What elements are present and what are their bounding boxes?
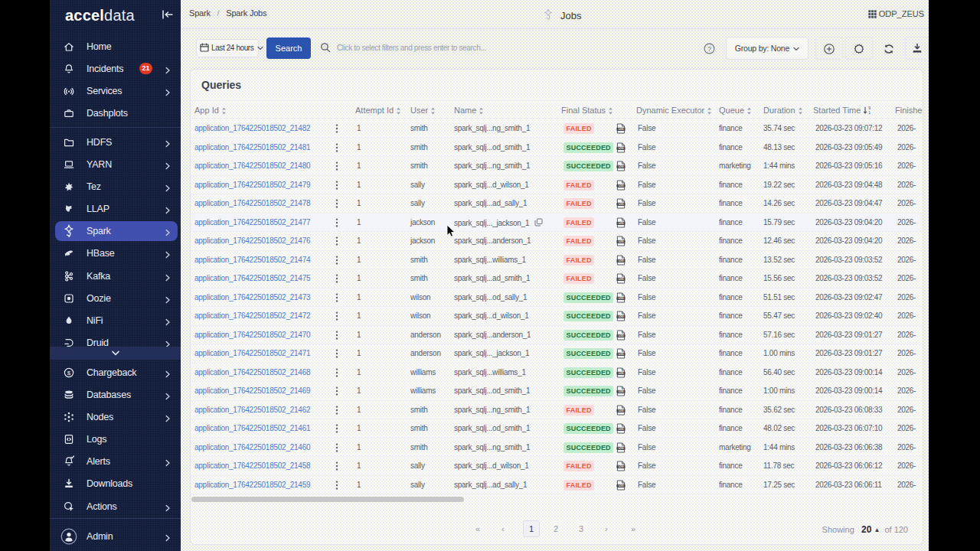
svg-text:LOG: LOG [619,465,624,468]
svg-text:LOG: LOG [619,334,624,337]
svg-text:LOG: LOG [619,278,624,281]
svg-text:LOG: LOG [619,203,624,206]
svg-text:LOG: LOG [619,390,624,393]
svg-text:LOG: LOG [619,409,624,412]
svg-text:$: $ [67,370,71,377]
svg-text:1: 1 [869,110,871,115]
svg-text:LOG: LOG [619,147,624,150]
svg-text:?: ? [707,45,711,53]
svg-text:LOG: LOG [619,353,624,356]
svg-text:LOG: LOG [619,428,624,431]
svg-text:LOG: LOG [619,240,624,243]
svg-text:LOG: LOG [619,372,624,375]
svg-text:LOG: LOG [619,297,624,300]
svg-text:LOG: LOG [619,315,624,318]
svg-text:LOG: LOG [619,259,624,262]
svg-text:LOG: LOG [619,165,624,168]
svg-text:LOG: LOG [619,484,624,487]
svg-text:LOG: LOG [619,447,624,450]
svg-text:LOG: LOG [619,184,624,187]
svg-text:LOG: LOG [619,128,624,131]
svg-text:LOG: LOG [619,222,624,225]
